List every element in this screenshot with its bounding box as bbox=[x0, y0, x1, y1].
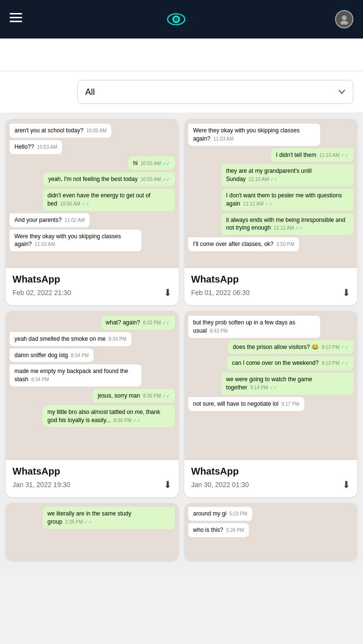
partial-chat-preview: we literally are in the same study group… bbox=[6, 503, 179, 561]
chat-message-row: but they prob soften up in a few days as… bbox=[188, 316, 353, 338]
card-footer: WhatsApp Feb 02, 2022 21:30 ⬇ bbox=[6, 268, 179, 305]
chat-preview: but they prob soften up in a few days as… bbox=[184, 311, 357, 460]
svg-point-8 bbox=[340, 21, 348, 25]
recording-card: what? again?8:32 PM ✓✓ yeah dad smelled … bbox=[6, 311, 179, 497]
chat-bubble: they are at my grandparent's until Sunda… bbox=[221, 164, 353, 186]
card-app-name: WhatsApp bbox=[13, 466, 172, 477]
chat-bubble: Hello??10:53 AM bbox=[10, 140, 62, 154]
card-date-row: Jan 31, 2022 19:30 ⬇ bbox=[13, 479, 172, 490]
partial-recording-card: around my gi5:23 PM who is this?5:28 PM bbox=[184, 503, 357, 561]
chat-bubble: damn sniffer dog istg8:34 PM bbox=[10, 348, 93, 362]
download-button[interactable]: ⬇ bbox=[342, 287, 350, 298]
chat-message-row: my little bro also almost tattled on me,… bbox=[10, 405, 175, 427]
chat-bubble: didn't even have the energy to get out o… bbox=[43, 189, 175, 211]
chat-bubble: Were they okay with you skipping classes… bbox=[188, 124, 320, 146]
card-date: Jan 31, 2022 19:30 bbox=[13, 481, 70, 489]
app-filter-select[interactable]: AllWhatsAppInstagramSnapchat bbox=[77, 80, 353, 104]
recordings-grid: aren't you at school today?10:05 AM Hell… bbox=[0, 113, 363, 503]
recording-card: Were they okay with you skipping classes… bbox=[184, 119, 357, 305]
chat-message-row: does the prison allow visitors? 😂9:13 PM… bbox=[188, 340, 353, 354]
chat-message-row: Were they okay with you skipping classes… bbox=[10, 230, 175, 252]
avatar-button[interactable] bbox=[335, 10, 353, 28]
chat-message-row: they are at my grandparent's until Sunda… bbox=[188, 164, 353, 186]
chat-bubble: around my gi5:23 PM bbox=[188, 507, 252, 521]
chat-message-row: I don't want them to pester me with ques… bbox=[188, 189, 353, 211]
chat-bubble: what? again?8:32 PM ✓✓ bbox=[101, 316, 175, 330]
chat-bubble: not sure, will have to negotiate lol9:17… bbox=[188, 397, 304, 411]
chat-message-row: damn sniffer dog istg8:34 PM bbox=[10, 348, 175, 362]
chat-message-row: I didn't tell them11:10 AM ✓✓ bbox=[188, 148, 353, 162]
chat-bubble: can I come over on the weekend?9:13 PM ✓… bbox=[227, 356, 353, 370]
download-button[interactable]: ⬇ bbox=[164, 479, 172, 490]
chat-preview: what? again?8:32 PM ✓✓ yeah dad smelled … bbox=[6, 311, 179, 460]
card-app-name: WhatsApp bbox=[191, 274, 350, 285]
logo bbox=[166, 13, 191, 26]
chat-message-row: jesus, sorry man8:36 PM ✓✓ bbox=[10, 389, 175, 403]
partial-cards-row: we literally are in the same study group… bbox=[0, 503, 363, 567]
chat-bubble: who is this?5:28 PM bbox=[188, 523, 249, 537]
partial-recording-card: we literally are in the same study group… bbox=[6, 503, 179, 561]
chat-message-row: it always ends with me being irresponsib… bbox=[188, 213, 353, 235]
chat-bubble: my little bro also almost tattled on me,… bbox=[43, 405, 175, 427]
svg-point-7 bbox=[342, 15, 347, 20]
card-date-row: Jan 30, 2022 01:30 ⬇ bbox=[191, 479, 350, 490]
chat-preview: Were they okay with you skipping classes… bbox=[184, 119, 357, 268]
chat-bubble: And your parents?11:02 AM bbox=[10, 213, 90, 227]
partial-chat-preview: around my gi5:23 PM who is this?5:28 PM bbox=[184, 503, 357, 561]
download-button[interactable]: ⬇ bbox=[164, 287, 172, 298]
svg-rect-1 bbox=[10, 17, 22, 18]
chat-message-row: I'll come over after classes, ok?2:50 PM bbox=[188, 237, 353, 251]
chat-bubble: yeah, I'm not feeling the best today10:5… bbox=[43, 172, 175, 186]
chat-message-row: who is this?5:28 PM bbox=[188, 523, 353, 537]
chat-message-row: what? again?8:32 PM ✓✓ bbox=[10, 316, 175, 330]
svg-rect-2 bbox=[10, 21, 22, 22]
chat-message-row: aren't you at school today?10:05 AM bbox=[10, 124, 175, 138]
chat-message-row: And your parents?11:02 AM bbox=[10, 213, 175, 227]
chat-message-row: didn't even have the energy to get out o… bbox=[10, 189, 175, 211]
chat-bubble: Were they okay with you skipping classes… bbox=[10, 230, 142, 252]
recording-card: but they prob soften up in a few days as… bbox=[184, 311, 357, 497]
chat-message-row: Hello??10:53 AM bbox=[10, 140, 175, 154]
recording-card: aren't you at school today?10:05 AM Hell… bbox=[6, 119, 179, 305]
card-date: Feb 02, 2022 21:30 bbox=[13, 289, 71, 296]
card-footer: WhatsApp Jan 31, 2022 19:30 ⬇ bbox=[6, 460, 179, 497]
svg-point-6 bbox=[175, 18, 177, 20]
menu-button[interactable] bbox=[10, 13, 22, 26]
chat-bubble: jesus, sorry man8:36 PM ✓✓ bbox=[93, 389, 175, 403]
card-app-name: WhatsApp bbox=[191, 466, 350, 477]
chat-bubble: hi10:55 AM ✓✓ bbox=[129, 156, 175, 170]
chat-bubble: I'll come over after classes, ok?2:50 PM bbox=[188, 237, 299, 251]
card-app-name: WhatsApp bbox=[13, 274, 172, 285]
chat-message-row: we literally are in the same study group… bbox=[10, 507, 175, 529]
chat-message-row: can I come over on the weekend?9:13 PM ✓… bbox=[188, 356, 353, 370]
card-date: Jan 30, 2022 01:30 bbox=[191, 481, 249, 489]
chat-message-row: not sure, will have to negotiate lol9:17… bbox=[188, 397, 353, 411]
chat-message-row: made me empty my backpack and found the … bbox=[10, 364, 175, 386]
chat-bubble: it always ends with me being irresponsib… bbox=[221, 213, 353, 235]
chat-bubble: does the prison allow visitors? 😂9:13 PM… bbox=[228, 340, 353, 354]
card-date-row: Feb 01, 2022 06:30 ⬇ bbox=[191, 287, 350, 298]
chat-bubble: but they prob soften up in a few days as… bbox=[188, 316, 320, 338]
chat-message-row: around my gi5:23 PM bbox=[188, 507, 353, 521]
title-bar bbox=[0, 39, 363, 71]
card-date: Feb 01, 2022 06:30 bbox=[191, 289, 249, 296]
chat-bubble: yeah dad smelled the smoke on me8:34 PM bbox=[10, 332, 131, 346]
chat-message-row: yeah, I'm not feeling the best today10:5… bbox=[10, 172, 175, 186]
chat-preview: aren't you at school today?10:05 AM Hell… bbox=[6, 119, 179, 268]
chat-bubble: made me empty my backpack and found the … bbox=[10, 364, 142, 386]
card-footer: WhatsApp Jan 30, 2022 01:30 ⬇ bbox=[184, 460, 357, 497]
chat-bubble: aren't you at school today?10:05 AM bbox=[10, 124, 111, 138]
chat-bubble: I didn't tell them11:10 AM ✓✓ bbox=[271, 148, 353, 162]
chat-bubble: we were going to watch the game together… bbox=[221, 373, 353, 395]
download-button[interactable]: ⬇ bbox=[342, 479, 350, 490]
filter-row: AllWhatsAppInstagramSnapchat bbox=[0, 71, 363, 113]
card-footer: WhatsApp Feb 01, 2022 06:30 ⬇ bbox=[184, 268, 357, 305]
chat-bubble: I don't want them to pester me with ques… bbox=[221, 189, 353, 211]
app-header bbox=[0, 0, 363, 39]
chat-message-row: yeah dad smelled the smoke on me8:34 PM bbox=[10, 332, 175, 346]
chat-message-row: hi10:55 AM ✓✓ bbox=[10, 156, 175, 170]
chat-bubble: we literally are in the same study group… bbox=[43, 507, 175, 529]
chat-message-row: Were they okay with you skipping classes… bbox=[188, 124, 353, 146]
svg-rect-0 bbox=[10, 13, 22, 14]
chat-message-row: we were going to watch the game together… bbox=[188, 373, 353, 395]
